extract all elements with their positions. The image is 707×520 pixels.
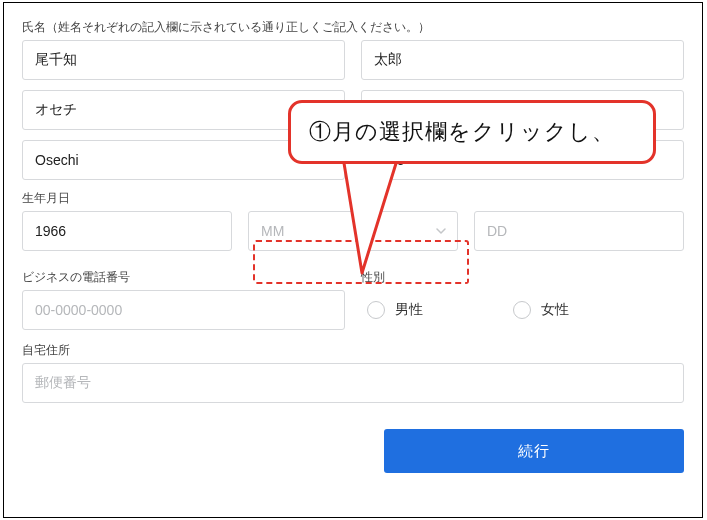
radio-unchecked-icon [367,301,385,319]
phone-input[interactable]: 00-0000-0000 [22,290,345,330]
dob-month-select[interactable]: MM [248,211,458,251]
radio-unchecked-icon [513,301,531,319]
postal-placeholder: 郵便番号 [35,374,91,392]
postal-code-input[interactable]: 郵便番号 [22,363,684,403]
surname-roman-value: Osechi [35,152,79,168]
phone-label: ビジネスの電話番号 [22,269,345,286]
surname-kana-input[interactable]: オセチ [22,90,345,130]
gender-label: 性別 [361,269,684,286]
given-name-value: 太郎 [374,51,402,69]
gender-male-radio[interactable]: 男性 [367,301,423,319]
phone-placeholder: 00-0000-0000 [35,302,122,318]
surname-input[interactable]: 尾千知 [22,40,345,80]
given-roman-input[interactable]: ro [361,140,684,180]
gender-female-label: 女性 [541,301,569,319]
address-label: 自宅住所 [22,342,684,359]
name-label: 氏名（姓名それぞれの記入欄に示されている通り正しくご記入ください。） [22,19,684,36]
dob-day-select[interactable]: DD [474,211,684,251]
given-roman-partial: ro [392,152,404,168]
dob-year-input[interactable]: 1966 [22,211,232,251]
given-name-input[interactable]: 太郎 [361,40,684,80]
continue-button[interactable]: 続行 [384,429,684,473]
dob-label: 生年月日 [22,190,684,207]
form-frame: 氏名（姓名それぞれの記入欄に示されている通り正しくご記入ください。） 尾千知 太… [3,2,703,518]
gender-male-label: 男性 [395,301,423,319]
chevron-down-icon [435,225,447,237]
surname-value: 尾千知 [35,51,77,69]
dob-year-value: 1966 [35,223,66,239]
continue-label: 続行 [518,442,550,461]
dob-day-placeholder: DD [487,223,507,239]
dob-month-placeholder: MM [261,223,284,239]
surname-kana-value: オセチ [35,101,77,119]
given-kana-input[interactable] [361,90,684,130]
surname-roman-input[interactable]: Osechi [22,140,345,180]
gender-female-radio[interactable]: 女性 [513,301,569,319]
